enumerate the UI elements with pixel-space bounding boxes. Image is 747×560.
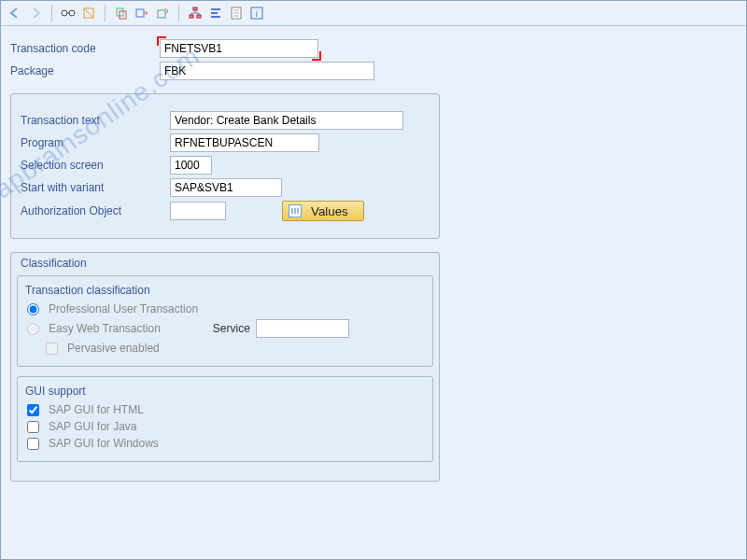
transaction-code-input[interactable] (160, 39, 318, 58)
svg-rect-11 (197, 15, 201, 18)
transaction-text-label: Transaction text (21, 114, 170, 127)
tools-icon[interactable] (80, 5, 97, 21)
toolbar: i (1, 1, 746, 26)
selection-screen-input[interactable] (170, 156, 212, 175)
radio-easy-web-label: Easy Web Transaction (49, 322, 161, 335)
checkbox-gui-windows-label: SAP GUI for Windows (49, 437, 159, 450)
radio-easy-web[interactable] (27, 323, 39, 335)
program-label: Program (21, 136, 170, 149)
document-icon[interactable] (228, 5, 245, 21)
package-label: Package (10, 64, 160, 77)
checkbox-gui-html-label: SAP GUI for HTML (49, 403, 144, 416)
radio-professional[interactable] (27, 303, 39, 315)
start-variant-label: Start with variant (21, 181, 170, 194)
start-variant-input[interactable] (170, 178, 282, 197)
classification-panel: Classification Transaction classificatio… (10, 252, 440, 482)
checkbox-gui-java[interactable] (27, 421, 39, 433)
transaction-classification-title: Transaction classification (25, 284, 425, 297)
transaction-code-label: Transaction code (10, 42, 160, 55)
svg-point-0 (62, 10, 67, 16)
auth-object-input[interactable] (170, 202, 226, 220)
info-icon[interactable]: i (248, 5, 265, 21)
svg-rect-8 (158, 10, 165, 18)
svg-text:i: i (256, 8, 259, 19)
checkbox-gui-windows[interactable] (27, 438, 39, 450)
hierarchy-icon[interactable] (187, 5, 204, 21)
selection-screen-label: Selection screen (21, 159, 170, 172)
checkbox-pervasive-label: Pervasive enabled (67, 342, 160, 355)
checkbox-gui-java-label: SAP GUI for Java (49, 420, 136, 433)
gui-support-group: GUI support SAP GUI for HTML SAP GUI for… (17, 376, 433, 462)
svg-rect-7 (136, 9, 144, 17)
back-icon[interactable] (7, 5, 23, 21)
forward-icon[interactable] (27, 5, 44, 21)
checkbox-gui-html[interactable] (27, 404, 39, 416)
export-icon[interactable] (154, 5, 171, 21)
auth-object-label: Authorization Object (21, 204, 170, 217)
svg-point-1 (69, 10, 75, 16)
svg-rect-10 (190, 15, 193, 18)
transaction-classification-group: Transaction classification Professional … (17, 275, 433, 367)
service-label: Service (213, 322, 250, 335)
copy-icon[interactable] (113, 5, 130, 21)
service-input[interactable] (256, 319, 349, 338)
classification-title: Classification (17, 253, 433, 275)
values-button[interactable]: Values (282, 201, 364, 221)
checkbox-pervasive[interactable] (46, 343, 58, 355)
gui-support-title: GUI support (25, 385, 425, 398)
svg-line-4 (84, 8, 93, 18)
values-button-label: Values (311, 204, 348, 218)
values-icon (289, 204, 302, 217)
details-panel: Transaction text Program Selection scree… (10, 93, 440, 239)
move-icon[interactable] (134, 5, 150, 21)
radio-professional-label: Professional User Transaction (49, 302, 198, 315)
align-icon[interactable] (207, 5, 224, 21)
package-input[interactable] (160, 62, 374, 80)
svg-rect-9 (193, 7, 197, 10)
transaction-text-input[interactable] (170, 111, 403, 130)
program-input[interactable] (170, 133, 319, 152)
glasses-icon[interactable] (60, 5, 77, 21)
